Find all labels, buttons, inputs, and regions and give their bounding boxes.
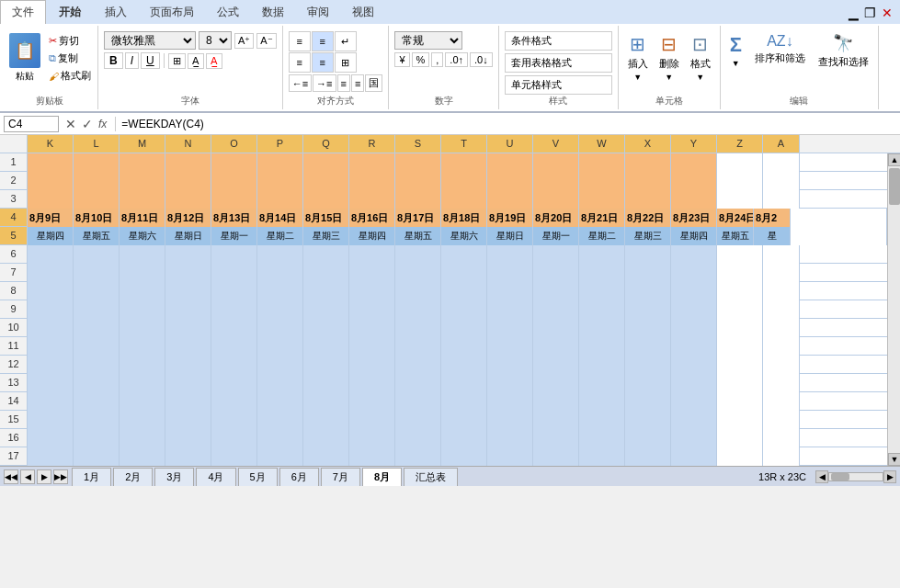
- name-box[interactable]: [4, 116, 59, 132]
- copy-button[interactable]: ⧉复制: [46, 51, 94, 66]
- format-cell-button[interactable]: ⊡ 格式 ▼: [687, 31, 714, 84]
- minimize-icon[interactable]: ▁: [849, 6, 859, 20]
- sheet-tab-2月[interactable]: 2月: [113, 468, 153, 486]
- cell-V1[interactable]: [533, 153, 579, 172]
- cell-AA1[interactable]: [763, 153, 800, 172]
- cell-Z1[interactable]: [717, 153, 763, 172]
- col-header-N[interactable]: N: [165, 135, 211, 153]
- underline-button[interactable]: U: [141, 52, 160, 69]
- cell-weekday-6[interactable]: 星期三: [303, 227, 349, 245]
- row-num-5[interactable]: 5: [0, 227, 28, 244]
- cell-weekday-16[interactable]: 星: [754, 227, 791, 245]
- cell-K1[interactable]: [28, 153, 74, 172]
- cell-date-12[interactable]: 8月21日: [579, 209, 625, 227]
- cell-weekday-7[interactable]: 星期四: [349, 227, 395, 245]
- cell-date-11[interactable]: 8月20日: [533, 209, 579, 227]
- cell-weekday-8[interactable]: 星期五: [395, 227, 441, 245]
- col-header-V[interactable]: V: [533, 135, 579, 153]
- tab-insert[interactable]: 插入: [94, 1, 138, 24]
- row-num-7[interactable]: 7: [0, 264, 28, 281]
- font-name-select[interactable]: 微软雅黑: [104, 31, 196, 50]
- tab-view[interactable]: 视图: [341, 1, 385, 24]
- row-num-8[interactable]: 8: [0, 282, 28, 300]
- tab-nav-last[interactable]: ▶▶: [53, 469, 68, 484]
- scroll-up-button[interactable]: ▲: [888, 153, 900, 166]
- cell-weekday-14[interactable]: 星期四: [671, 227, 717, 245]
- h-scroll-left[interactable]: ◀: [815, 470, 828, 483]
- sheet-tab-1月[interactable]: 1月: [72, 468, 111, 486]
- col-header-Z[interactable]: Z: [717, 135, 763, 153]
- delete-cell-button[interactable]: ⊟ 删除 ▼: [655, 31, 683, 84]
- cell-U1[interactable]: [487, 153, 533, 172]
- col-header-Q[interactable]: Q: [303, 135, 349, 153]
- insert-function-icon[interactable]: fx: [96, 118, 109, 130]
- cell-date-8[interactable]: 8月17日: [395, 209, 441, 227]
- align-top-center[interactable]: ≡: [312, 31, 334, 51]
- cell-weekday-11[interactable]: 星期一: [533, 227, 579, 245]
- col-header-M[interactable]: M: [120, 135, 165, 153]
- cell-O1[interactable]: [211, 153, 257, 172]
- row-num-9[interactable]: 9: [0, 300, 28, 318]
- cell-weekday-4[interactable]: 星期一: [211, 227, 257, 245]
- cell-weekday-0[interactable]: 星期四: [28, 227, 74, 245]
- col-header-L[interactable]: L: [74, 135, 120, 153]
- cell-weekday-12[interactable]: 星期二: [579, 227, 625, 245]
- cell-date-14[interactable]: 8月23日: [671, 209, 717, 227]
- fill-color-button[interactable]: A̲: [188, 53, 204, 69]
- row-num-12[interactable]: 12: [0, 356, 28, 373]
- border-button[interactable]: ⊞: [168, 53, 186, 69]
- align-mid-center[interactable]: ≡: [312, 52, 334, 73]
- decrease-font-button[interactable]: A⁻: [256, 33, 276, 49]
- close-icon[interactable]: ✕: [882, 6, 893, 20]
- font-color-button[interactable]: A̲: [206, 53, 222, 69]
- cut-button[interactable]: ✂剪切: [46, 33, 94, 49]
- col-header-W[interactable]: W: [579, 135, 625, 153]
- cell-date-0[interactable]: 8月9日: [28, 209, 74, 227]
- cell-date-10[interactable]: 8月19日: [487, 209, 533, 227]
- tab-home[interactable]: 开始: [47, 0, 93, 24]
- conditional-format-button[interactable]: 条件格式: [505, 31, 612, 51]
- sort-filter-button[interactable]: AZ↓ 排序和筛选: [751, 31, 809, 67]
- align-mid-left[interactable]: ≡: [289, 52, 311, 73]
- cell-date-7[interactable]: 8月16日: [349, 209, 395, 227]
- tab-data[interactable]: 数据: [251, 1, 295, 24]
- cell-weekday-10[interactable]: 星期日: [487, 227, 533, 245]
- col-header-X[interactable]: X: [625, 135, 671, 153]
- paste-button[interactable]: 📋 粘贴: [6, 31, 44, 85]
- decrease-decimal[interactable]: .0↓: [470, 52, 493, 67]
- cell-W1[interactable]: [579, 153, 625, 172]
- row-num-4[interactable]: 4: [0, 209, 28, 226]
- cell-weekday-5[interactable]: 星期二: [257, 227, 303, 245]
- col-header-Y[interactable]: Y: [671, 135, 717, 153]
- indent-decrease[interactable]: ←≡: [289, 74, 312, 92]
- cell-weekday-2[interactable]: 星期六: [120, 227, 165, 245]
- number-format-select[interactable]: 常规: [394, 31, 462, 50]
- increase-decimal[interactable]: .0↑: [445, 52, 468, 67]
- increase-font-button[interactable]: A⁺: [234, 33, 254, 49]
- col-header-K[interactable]: K: [28, 135, 74, 153]
- row-num-2[interactable]: 2: [0, 172, 28, 189]
- table-format-button[interactable]: 套用表格格式: [505, 53, 612, 73]
- align-right[interactable]: 国: [365, 74, 382, 92]
- sheet-tab-汇总表[interactable]: 汇总表: [404, 468, 458, 486]
- row-num-13[interactable]: 13: [0, 374, 28, 391]
- cell-date-9[interactable]: 8月18日: [441, 209, 487, 227]
- align-top-right[interactable]: ↵: [335, 31, 357, 51]
- row-num-10[interactable]: 10: [0, 319, 28, 336]
- col-header-O[interactable]: O: [211, 135, 257, 153]
- bold-button[interactable]: B: [104, 52, 123, 69]
- find-select-button[interactable]: 🔭 查找和选择: [815, 31, 872, 71]
- cell-L1[interactable]: [74, 153, 120, 172]
- cell-styles-button[interactable]: 单元格样式: [505, 75, 612, 95]
- row-num-17[interactable]: 17: [0, 447, 28, 465]
- sheet-tab-6月[interactable]: 6月: [279, 468, 319, 486]
- row-num-16[interactable]: 16: [0, 429, 28, 447]
- percent-button[interactable]: %: [412, 52, 430, 67]
- row-num-6[interactable]: 6: [0, 245, 28, 263]
- align-left[interactable]: ≡: [337, 74, 350, 92]
- comma-button[interactable]: ,: [431, 52, 443, 67]
- cell-date-2[interactable]: 8月11日: [120, 209, 165, 227]
- font-size-select[interactable]: 8: [199, 31, 232, 50]
- cancel-formula-icon[interactable]: ✕: [63, 117, 79, 131]
- align-mid-right[interactable]: ⊞: [335, 52, 357, 73]
